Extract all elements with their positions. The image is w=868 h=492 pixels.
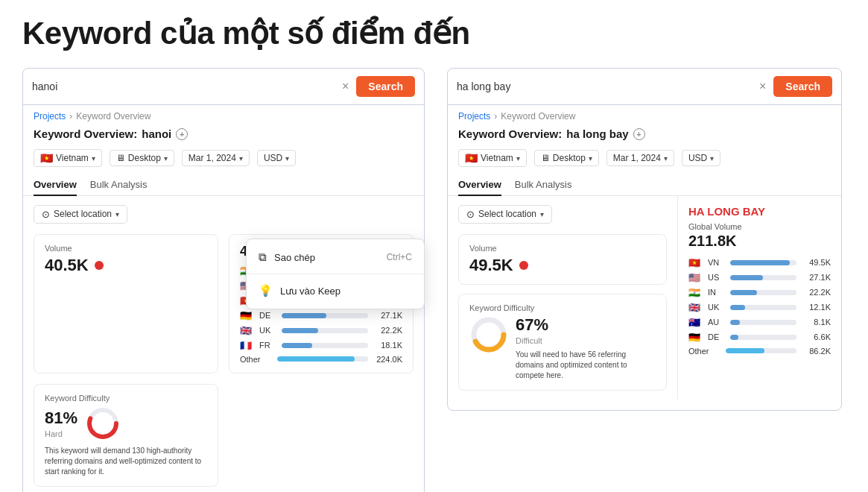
volume-label: Volume [469,244,656,253]
right-filter-device[interactable]: 🖥 Desktop ▾ [534,150,599,166]
code-us: US [708,273,726,282]
location-icon: ⊙ [466,209,475,220]
lightbulb-icon: 💡 [259,284,273,297]
flag-uk: 🇬🇧 [688,302,703,313]
right-clear-button[interactable]: × [756,80,769,93]
country-flag: 🇻🇳 [40,152,53,164]
sidebar-row-uk: 🇬🇧 UK 12.1K [688,302,831,313]
right-difficulty-card: Keyword Difficulty 67% Difficult You wil… [458,294,667,391]
left-kw-label: Keyword Overview: [34,127,137,140]
sidebar-other-row: Other 86.2K [688,347,831,356]
chevron-down-icon: ▾ [540,210,544,218]
currency-label: USD [688,153,707,163]
chevron-down-icon: ▾ [664,154,668,163]
right-search-button[interactable]: Search [773,76,832,97]
copy-icon: ⧉ [259,250,267,264]
diff-text-block: 67% Difficult You will need to have 56 r… [516,315,656,381]
filter-date[interactable]: Mar 1, 2024 ▾ [182,150,250,166]
chevron-down-icon: ▾ [589,154,592,163]
difficulty-description: This keyword will demand 130 high-author… [45,446,207,477]
right-location-select[interactable]: ⊙ Select location ▾ [458,205,552,224]
right-sidebar: HA LONG BAY Global Volume 211.8K 🇻🇳 VN 4… [677,196,841,400]
right-diff-value: 67% [516,315,656,335]
right-filter-currency[interactable]: USD ▾ [682,150,720,166]
filter-currency[interactable]: USD ▾ [257,150,296,166]
right-filter-date[interactable]: Mar 1, 2024 ▾ [606,150,674,166]
right-kw-label: Keyword Overview: [458,127,562,140]
left-keyword: hanoi [142,127,171,140]
flag-au: 🇦🇺 [688,317,703,328]
code-uk: UK [259,326,277,335]
other-bar [277,356,368,362]
left-clear-button[interactable]: × [339,80,352,93]
breadcrumb-projects-link[interactable]: Projects [458,111,490,122]
country-row-uk: 🇬🇧 UK 22.2K [240,325,402,336]
val-in: 22.2K [801,288,831,297]
context-menu-item-copy[interactable]: ⧉ Sao chép Ctrl+C [247,244,424,271]
device-icon: 🖥 [541,153,550,163]
right-search-input[interactable] [457,81,752,92]
left-add-icon[interactable]: + [176,128,188,140]
val-fr: 18.1K [373,341,402,350]
bar-de [282,313,368,318]
bar-de [730,335,796,340]
filter-country[interactable]: 🇻🇳 Vietnam ▾ [34,149,102,167]
country-row-de: 🇩🇪 DE 27.1K [240,310,402,321]
keep-item-left: 💡 Lưu vào Keep [259,284,340,297]
copy-item-left: ⧉ Sao chép [259,250,315,264]
right-tab-bulk-analysis[interactable]: Bulk Analysis [515,174,572,196]
date-label: Mar 1, 2024 [613,153,661,163]
code-au: AU [708,318,726,327]
val-de: 27.1K [373,311,402,320]
other-row: Other 224.0K [240,355,402,364]
context-menu: ⧉ Sao chép Ctrl+C 💡 Lưu vào Keep [246,239,425,309]
panels-row: × Search Projects › Keyword Overview Key… [22,68,846,492]
right-kw-overview-title: Keyword Overview: ha long bay + [448,124,841,146]
left-search-button[interactable]: Search [356,76,415,97]
volume-value: 40.5K [45,256,207,275]
keep-label: Lưu vào Keep [280,286,340,297]
val-uk: 22.2K [373,326,402,335]
sidebar-row-us: 🇺🇸 US 27.1K [688,272,831,283]
filter-device[interactable]: 🖥 Desktop ▾ [110,150,174,166]
country-row-fr: 🇫🇷 FR 18.1K [240,340,402,351]
tab-overview[interactable]: Overview [34,174,77,196]
left-search-input[interactable] [32,81,335,92]
right-filter-country[interactable]: 🇻🇳 Vietnam ▾ [458,149,527,167]
right-volume-card: Volume 49.5K [458,234,667,285]
flag-fr: 🇫🇷 [240,340,255,351]
tab-bulk-analysis[interactable]: Bulk Analysis [90,174,148,196]
right-add-icon[interactable]: + [633,128,645,140]
bar-vn [730,260,796,265]
left-location-select[interactable]: ⊙ Select location ▾ [34,205,127,224]
right-diff-sub: Difficult [516,336,656,345]
chevron-down-icon: ▾ [164,154,168,163]
flag-in: 🇮🇳 [688,287,703,298]
left-search-bar: × Search [23,69,424,105]
other-bar [726,348,796,353]
flag-vn: 🇻🇳 [688,257,703,268]
right-panel-inner: ⊙ Select location ▾ Volume 49.5K [448,196,841,400]
val-de: 6.6K [801,332,831,341]
bar-in [730,290,796,295]
difficulty-donut-chart [85,406,121,441]
context-menu-item-keep[interactable]: 💡 Lưu vào Keep [247,277,424,304]
left-breadcrumb: Projects › Keyword Overview [23,105,424,124]
breadcrumb-projects-link[interactable]: Projects [34,111,66,122]
difficulty-label: Keyword Difficulty [45,394,207,403]
code-fr: FR [259,341,277,350]
breadcrumb-separator: › [69,111,72,122]
code-de: DE [259,311,277,320]
left-tabs-row: Overview Bulk Analysis [23,174,424,196]
difficulty-value: 81% [45,409,77,428]
right-difficulty-donut [469,315,508,354]
right-keyword: ha long bay [566,127,628,140]
right-tab-overview[interactable]: Overview [458,174,501,196]
diff-row: 67% Difficult You will need to have 56 r… [469,315,656,381]
difficulty-donut-wrap: 81% Hard [45,406,207,441]
val-au: 8.1K [801,318,831,327]
flag-us: 🇺🇸 [688,272,703,283]
val-uk: 12.1K [801,303,831,312]
sidebar-row-vn: 🇻🇳 VN 49.5K [688,257,831,268]
other-val: 86.2K [801,347,831,356]
